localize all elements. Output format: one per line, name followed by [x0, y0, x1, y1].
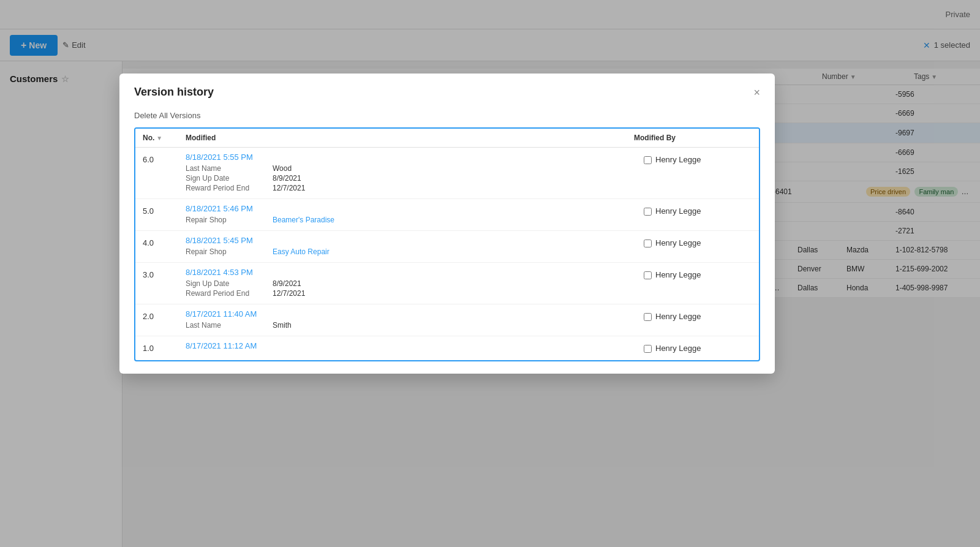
- version-select-checkbox[interactable]: [644, 240, 652, 247]
- version-date[interactable]: 8/17/2021 11:12 AM: [186, 341, 629, 350]
- version-changes: Last NameWoodSign Up Date8/9/2021Reward …: [186, 164, 629, 192]
- version-modby-col-header: Modified By: [627, 134, 749, 142]
- version-number: 1.0: [135, 341, 178, 355]
- version-change-row: Reward Period End12/7/2021: [186, 184, 629, 192]
- version-number: 2.0: [135, 309, 178, 323]
- version-change-row: Sign Up Date8/9/2021: [186, 174, 629, 183]
- version-date[interactable]: 8/18/2021 4:53 PM: [186, 268, 629, 277]
- version-number: 3.0: [135, 268, 178, 282]
- version-main: 8/18/2021 5:46 PMRepair ShopBeamer's Par…: [178, 204, 636, 225]
- version-change-row: Last NameSmith: [186, 321, 629, 330]
- version-no-col-header[interactable]: No. ▼: [135, 134, 178, 142]
- version-main: 8/18/2021 5:45 PMRepair ShopEasy Auto Re…: [178, 236, 636, 257]
- version-row: 3.08/18/2021 4:53 PMSign Up Date8/9/2021…: [135, 263, 759, 304]
- version-modified-col-header: Modified: [178, 134, 627, 142]
- version-number: 5.0: [135, 204, 178, 218]
- change-value: Easy Auto Repair: [273, 247, 330, 256]
- change-value: 8/9/2021: [273, 174, 301, 183]
- version-number: 4.0: [135, 236, 178, 250]
- change-value: 12/7/2021: [273, 289, 305, 298]
- version-change-row: Sign Up Date8/9/2021: [186, 279, 629, 288]
- change-field: Repair Shop: [186, 247, 265, 256]
- modifier-name: Henry Legge: [655, 206, 701, 216]
- modifier-name: Henry Legge: [655, 155, 701, 164]
- change-field: Sign Up Date: [186, 279, 265, 288]
- no-sort-icon: ▼: [156, 135, 162, 141]
- version-row: 5.08/18/2021 5:46 PMRepair ShopBeamer's …: [135, 199, 759, 231]
- version-select-checkbox[interactable]: [644, 345, 652, 353]
- change-field: Last Name: [186, 164, 265, 173]
- version-changes: Last NameSmith: [186, 321, 629, 330]
- version-main: 8/17/2021 11:40 AMLast NameSmith: [178, 309, 636, 331]
- version-list: 6.08/18/2021 5:55 PMLast NameWoodSign Up…: [135, 148, 759, 360]
- version-modified-by: Henry Legge: [636, 236, 759, 250]
- modal-close-button[interactable]: ×: [753, 87, 760, 98]
- version-change-row: Last NameWood: [186, 164, 629, 173]
- change-value: Beamer's Paradise: [273, 216, 334, 224]
- version-change-row: Repair ShopEasy Auto Repair: [186, 247, 629, 256]
- version-modified-by: Henry Legge: [636, 268, 759, 282]
- version-select-checkbox[interactable]: [644, 271, 652, 279]
- version-modified-by: Henry Legge: [636, 153, 759, 167]
- change-field: Repair Shop: [186, 216, 265, 224]
- version-date[interactable]: 8/18/2021 5:55 PM: [186, 153, 629, 162]
- change-value: Smith: [273, 321, 292, 330]
- version-select-checkbox[interactable]: [644, 208, 652, 216]
- version-select-checkbox[interactable]: [644, 313, 652, 321]
- change-value: 8/9/2021: [273, 279, 301, 288]
- modal-title: Version history: [134, 86, 214, 99]
- version-number: 6.0: [135, 153, 178, 167]
- version-table: No. ▼ Modified Modified By 6.08/18/2021 …: [134, 127, 760, 361]
- version-change-row: Repair ShopBeamer's Paradise: [186, 216, 629, 224]
- version-change-row: Reward Period End12/7/2021: [186, 289, 629, 298]
- version-select-checkbox[interactable]: [644, 156, 652, 164]
- delete-all-versions-button[interactable]: Delete All Versions: [134, 108, 200, 127]
- version-main: 8/18/2021 4:53 PMSign Up Date8/9/2021Rew…: [178, 268, 636, 299]
- version-modified-by: Henry Legge: [636, 309, 759, 323]
- version-row: 6.08/18/2021 5:55 PMLast NameWoodSign Up…: [135, 148, 759, 199]
- modifier-name: Henry Legge: [655, 238, 701, 247]
- modifier-name: Henry Legge: [655, 270, 701, 279]
- change-field: Reward Period End: [186, 184, 265, 192]
- version-row: 1.08/17/2021 11:12 AMHenry Legge: [135, 336, 759, 360]
- version-date[interactable]: 8/18/2021 5:46 PM: [186, 204, 629, 213]
- modifier-name: Henry Legge: [655, 344, 701, 353]
- version-changes: Repair ShopBeamer's Paradise: [186, 216, 629, 224]
- version-main: 8/18/2021 5:55 PMLast NameWoodSign Up Da…: [178, 153, 636, 194]
- modal-header: Version history ×: [119, 74, 775, 108]
- version-changes: Sign Up Date8/9/2021Reward Period End12/…: [186, 279, 629, 298]
- version-date[interactable]: 8/17/2021 11:40 AM: [186, 309, 629, 319]
- version-row: 4.08/18/2021 5:45 PMRepair ShopEasy Auto…: [135, 231, 759, 263]
- change-field: Sign Up Date: [186, 174, 265, 183]
- change-value: Wood: [273, 164, 292, 173]
- change-value: 12/7/2021: [273, 184, 305, 192]
- version-history-modal: Version history × Delete All Versions No…: [119, 74, 775, 374]
- version-main: 8/17/2021 11:12 AM: [178, 341, 636, 353]
- modifier-name: Henry Legge: [655, 312, 701, 321]
- version-modified-by: Henry Legge: [636, 341, 759, 355]
- version-changes: Repair ShopEasy Auto Repair: [186, 247, 629, 256]
- version-row: 2.08/17/2021 11:40 AMLast NameSmithHenry…: [135, 304, 759, 336]
- version-date[interactable]: 8/18/2021 5:45 PM: [186, 236, 629, 245]
- modal-body: Delete All Versions No. ▼ Modified Modif…: [119, 108, 775, 374]
- version-table-header: No. ▼ Modified Modified By: [135, 129, 759, 148]
- change-field: Reward Period End: [186, 289, 265, 298]
- change-field: Last Name: [186, 321, 265, 330]
- version-modified-by: Henry Legge: [636, 204, 759, 218]
- scrollbar-placeholder: [749, 134, 759, 142]
